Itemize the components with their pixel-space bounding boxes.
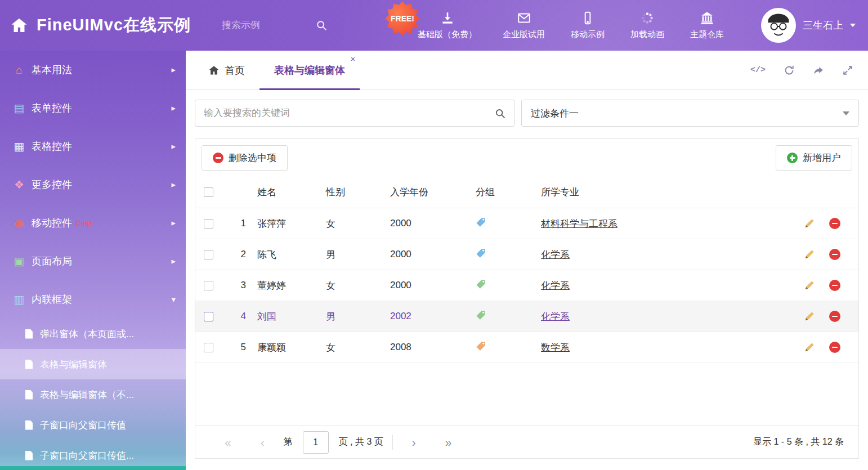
nav-basic-edition[interactable]: 基础版（免费） [418, 11, 477, 40]
cell-name: 董婷婷 [257, 279, 326, 292]
header-search-input[interactable] [221, 19, 299, 32]
delete-icon[interactable] [829, 342, 840, 353]
main-content: 首页 表格与编辑窗体 × </> [186, 51, 868, 470]
search-icon[interactable] [494, 108, 506, 119]
column-header-group[interactable]: 分组 [476, 186, 541, 199]
row-checkbox[interactable] [204, 281, 213, 290]
cell-year: 2008 [390, 342, 476, 353]
free-badge[interactable]: FREE! [385, 1, 420, 36]
row-checkbox[interactable] [204, 250, 213, 259]
nav-mobile-demo[interactable]: 移动示例 [571, 11, 605, 40]
fullscreen-icon[interactable] [842, 65, 853, 76]
table-row[interactable]: 5 康颖颖 女 2008 数学系 [195, 332, 858, 363]
sidebar-item[interactable]: ◉ 移动控件 Corp. ▸ [0, 204, 186, 242]
table-header: 姓名 性别 入学年份 分组 所学专业 [195, 177, 858, 208]
sidebar-subnav: 弹出窗体（本页面或... 表格与编辑窗体 表格与编辑窗体（不... 子窗口向父窗… [0, 319, 186, 470]
row-number: 2 [230, 249, 257, 260]
select-all-checkbox[interactable] [204, 187, 213, 197]
cell-year: 2000 [390, 218, 476, 229]
form-icon: ▤ [11, 101, 27, 115]
column-header-name[interactable]: 姓名 [257, 186, 326, 199]
row-number: 3 [230, 280, 257, 291]
share-icon[interactable] [813, 65, 824, 76]
pagination-prev-button[interactable]: ‹ [246, 436, 279, 448]
cell-gender: 女 [326, 279, 390, 292]
table-row[interactable]: 1 张萍萍 女 2000 材料科学与工程系 [195, 208, 858, 239]
chevron-right-icon: ▸ [171, 180, 176, 190]
row-checkbox[interactable] [204, 312, 213, 321]
cell-name: 陈飞 [257, 248, 326, 261]
mobile-widgets-icon: ◉ [11, 216, 27, 230]
filter-dropdown-value: 过滤条件一 [531, 107, 579, 120]
column-header-year[interactable]: 入学年份 [390, 186, 476, 199]
delete-icon[interactable] [829, 311, 840, 322]
sidebar-item[interactable]: ❖ 更多控件 ▸ [0, 165, 186, 204]
tag-icon [476, 279, 486, 289]
home-icon: ⌂ [11, 64, 27, 77]
sidebar-subitem[interactable]: 子窗口向父窗口传值 [0, 410, 186, 440]
chevron-down-icon: ▾ [171, 294, 176, 305]
tag-icon [476, 341, 486, 351]
delete-icon[interactable] [829, 218, 840, 229]
delete-selected-button[interactable]: 删除选中项 [202, 145, 288, 171]
top-header: FineUIMvc在线示例 FREE! 基础版（免费） 企业版试用 移动示例 加… [0, 0, 868, 51]
sidebar-subitem[interactable]: 弹出窗体（本页面或... [0, 319, 186, 349]
edit-icon[interactable] [804, 218, 815, 229]
edit-icon[interactable] [804, 311, 815, 321]
row-checkbox[interactable] [204, 343, 213, 352]
delete-icon[interactable] [829, 249, 840, 260]
chevron-right-icon: ▸ [171, 103, 176, 113]
row-checkbox[interactable] [204, 219, 213, 229]
filter-dropdown[interactable]: 过滤条件一 [521, 100, 859, 127]
sidebar-subitem[interactable]: 表格与编辑窗体（不... [0, 379, 186, 410]
column-header-gender[interactable]: 性别 [326, 186, 390, 199]
sidebar-item[interactable]: ▣ 页面布局 ▸ [0, 242, 186, 280]
table-row[interactable]: 2 陈飞 男 2000 化学系 [195, 239, 858, 270]
sidebar-item[interactable]: ▥ 内联框架 ▾ [0, 280, 186, 319]
delete-icon[interactable] [829, 280, 840, 291]
header-search [221, 19, 343, 32]
search-icon [315, 19, 328, 32]
page-number-input[interactable] [303, 431, 329, 454]
table-row[interactable]: 4 刘国 男 2002 化学系 [195, 301, 858, 332]
pagination-last-button[interactable]: » [431, 436, 467, 448]
close-icon[interactable]: × [351, 55, 355, 63]
major-link[interactable]: 化学系 [541, 249, 570, 260]
tab-home[interactable]: 首页 [194, 51, 259, 89]
app-root: FineUIMvc在线示例 FREE! 基础版（免费） 企业版试用 移动示例 加… [0, 0, 868, 470]
code-icon[interactable]: </> [750, 65, 766, 75]
refresh-icon[interactable] [784, 65, 795, 76]
table-row[interactable]: 3 董婷婷 女 2000 化学系 [195, 270, 858, 301]
tab-grid-edit-window[interactable]: 表格与编辑窗体 × [259, 51, 360, 89]
sidebar-item[interactable]: ▦ 表格控件 ▸ [0, 127, 186, 165]
major-link[interactable]: 数学系 [541, 342, 570, 353]
cell-year: 2000 [390, 249, 476, 260]
mobile-icon [580, 11, 595, 25]
sidebar-item[interactable]: ▤ 表单控件 ▸ [0, 89, 186, 127]
chevron-right-icon: ▸ [171, 65, 176, 75]
pagination-next-button[interactable]: › [397, 436, 431, 448]
add-user-button[interactable]: 新增用户 [776, 145, 852, 171]
edit-icon[interactable] [804, 342, 815, 352]
filter-row: 过滤条件一 [195, 100, 859, 127]
user-menu[interactable]: 三生石上 [761, 8, 868, 43]
major-link[interactable]: 化学系 [541, 311, 570, 322]
download-icon [440, 11, 455, 25]
edit-icon[interactable] [804, 280, 815, 290]
major-link[interactable]: 材料科学与工程系 [541, 218, 618, 229]
pagination-first-button[interactable]: « [210, 436, 246, 448]
home-icon [208, 65, 220, 76]
keyword-search-input[interactable] [195, 100, 514, 126]
avatar [761, 8, 796, 43]
nav-theme-store[interactable]: 主题仓库 [690, 11, 724, 40]
nav-enterprise-trial[interactable]: 企业版试用 [503, 11, 545, 40]
pagination-summary: 显示 1 - 5 条 , 共 12 条 [753, 436, 844, 448]
sidebar-subitem[interactable]: 表格与编辑窗体 [0, 349, 186, 379]
nav-loading-animation[interactable]: 加载动画 [630, 11, 664, 40]
major-link[interactable]: 化学系 [541, 280, 570, 291]
pagination-divider [392, 435, 393, 450]
tag-icon [476, 310, 486, 320]
column-header-major[interactable]: 所学专业 [541, 186, 795, 199]
edit-icon[interactable] [804, 249, 815, 259]
sidebar-item[interactable]: ⌂ 基本用法 ▸ [0, 51, 186, 89]
